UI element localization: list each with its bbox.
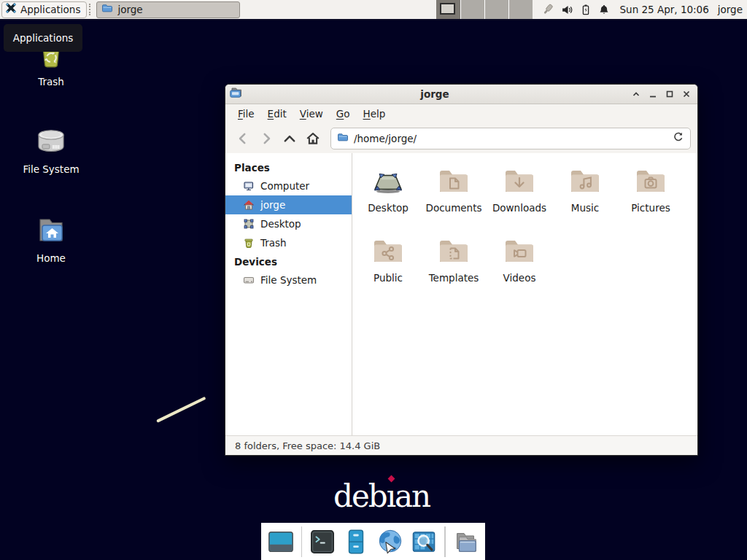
menu-help[interactable]: Help bbox=[357, 104, 392, 123]
workspace-1[interactable] bbox=[436, 0, 460, 19]
close-button[interactable] bbox=[678, 85, 694, 104]
workspace-switcher[interactable] bbox=[436, 0, 533, 19]
sidebar-item-filesystem[interactable]: File System bbox=[225, 271, 352, 289]
top-panel: Applications jorge bbox=[0, 0, 747, 20]
terminal-icon bbox=[309, 528, 336, 556]
removable-device-icon[interactable] bbox=[541, 3, 554, 16]
terminal-launcher[interactable] bbox=[308, 527, 336, 556]
system-tray bbox=[533, 3, 617, 16]
folder-label: Documents bbox=[421, 202, 487, 214]
folder-label: Videos bbox=[487, 272, 552, 284]
forward-button[interactable] bbox=[255, 128, 276, 149]
desktop-icon-filesystem[interactable]: File System bbox=[16, 124, 86, 175]
workspace-2[interactable] bbox=[460, 0, 484, 19]
taskbar-window-label: jorge bbox=[117, 4, 142, 15]
applications-menu-button[interactable]: Applications bbox=[1, 1, 87, 18]
desktop-icon bbox=[243, 218, 255, 230]
panel-user-label[interactable]: jorge bbox=[718, 4, 743, 15]
menu-file[interactable]: File bbox=[231, 104, 261, 123]
sidebar-item-jorge[interactable]: jorge bbox=[225, 195, 352, 214]
folder-label: Music bbox=[552, 202, 618, 214]
folder-item-downloads[interactable]: Downloads bbox=[487, 163, 552, 233]
globe-browser-icon bbox=[376, 528, 404, 556]
battery-charging-icon[interactable] bbox=[580, 4, 592, 16]
shade-button[interactable] bbox=[627, 85, 644, 104]
trash-icon bbox=[243, 237, 255, 249]
folder-item-public[interactable]: Public bbox=[355, 233, 421, 303]
music-folder-icon bbox=[568, 163, 603, 198]
sidebar-item-trash[interactable]: Trash bbox=[225, 233, 352, 252]
path-entry[interactable]: /home/jorge/ bbox=[330, 128, 691, 149]
folder-item-desktop[interactable]: Desktop bbox=[355, 163, 421, 233]
folder-item-music[interactable]: Music bbox=[552, 163, 618, 233]
reload-button[interactable] bbox=[673, 131, 684, 146]
folder-item-videos[interactable]: Videos bbox=[487, 233, 552, 303]
workspace-4[interactable] bbox=[508, 0, 533, 19]
file-manager-launcher[interactable] bbox=[342, 527, 371, 556]
sidebar-item-desktop[interactable]: Desktop bbox=[225, 214, 352, 233]
desktop: Applications jorge bbox=[0, 0, 747, 560]
folder-label: Pictures bbox=[618, 202, 684, 214]
folder-label: Downloads bbox=[487, 202, 552, 214]
pictures-folder-icon bbox=[633, 163, 668, 198]
back-button[interactable] bbox=[232, 128, 253, 149]
sidebar-item-label: Trash bbox=[260, 237, 287, 249]
path-text[interactable]: /home/jorge/ bbox=[354, 133, 667, 144]
sidebar-item-computer[interactable]: Computer bbox=[225, 176, 352, 195]
public-folder-icon bbox=[371, 233, 406, 268]
menu-go[interactable]: Go bbox=[330, 104, 357, 123]
folder-item-pictures[interactable]: Pictures bbox=[618, 163, 684, 233]
folder-label: Public bbox=[355, 272, 421, 284]
applications-tooltip: Applications bbox=[4, 24, 82, 52]
panel-clock[interactable]: Sun 25 Apr, 10:06 bbox=[620, 4, 709, 15]
directory-menu-button[interactable] bbox=[452, 527, 480, 556]
sidebar-item-label: File System bbox=[260, 274, 317, 286]
folder-label: Desktop bbox=[355, 202, 421, 214]
xfce-logo-icon bbox=[5, 2, 17, 17]
menubar: File Edit View Go Help bbox=[225, 104, 697, 123]
file-cabinet-icon bbox=[342, 528, 370, 556]
minimize-button[interactable] bbox=[644, 85, 661, 104]
folder-icon bbox=[337, 131, 349, 146]
web-browser-launcher[interactable] bbox=[376, 527, 405, 556]
show-desktop-button[interactable] bbox=[267, 527, 295, 556]
maximize-button[interactable] bbox=[661, 85, 678, 104]
statusbar-text: 8 folders, Free space: 14.4 GiB bbox=[235, 440, 380, 451]
logo-text: deb bbox=[333, 478, 387, 514]
wallpaper-line-artifact bbox=[156, 397, 206, 423]
templates-folder-icon bbox=[436, 233, 471, 268]
titlebar[interactable]: jorge bbox=[225, 85, 697, 104]
menu-edit[interactable]: Edit bbox=[261, 104, 293, 123]
taskbar-window-button[interactable]: jorge bbox=[96, 1, 240, 18]
up-button[interactable] bbox=[279, 128, 300, 149]
notification-bell-icon[interactable] bbox=[598, 4, 610, 16]
videos-folder-icon bbox=[502, 233, 537, 268]
toolbar: /home/jorge/ bbox=[225, 123, 697, 153]
sidebar-header-places: Places bbox=[225, 158, 352, 176]
downloads-folder-icon bbox=[502, 163, 537, 198]
folder-icon bbox=[101, 2, 113, 17]
applications-menu-label: Applications bbox=[20, 4, 80, 15]
desktop-icon-home[interactable]: Home bbox=[16, 213, 86, 264]
menu-view[interactable]: View bbox=[293, 104, 330, 123]
volume-icon[interactable] bbox=[561, 4, 573, 16]
sidebar-item-label: jorge bbox=[260, 199, 285, 211]
home-button[interactable] bbox=[302, 128, 323, 149]
sidebar: Places Computer bbox=[225, 153, 352, 435]
drive-icon bbox=[243, 274, 255, 286]
file-manager-window: jorge File Edit View Go Help bbox=[225, 84, 698, 456]
folder-item-templates[interactable]: Templates bbox=[421, 233, 487, 303]
sidebar-header-devices: Devices bbox=[225, 252, 352, 271]
desktop-icon-label: Home bbox=[16, 252, 86, 264]
file-icon-view[interactable]: Desktop Documents bbox=[352, 153, 697, 435]
harddisk-icon bbox=[34, 124, 69, 159]
folders-icon bbox=[452, 528, 479, 556]
dock-separator bbox=[301, 526, 303, 557]
workspace-window-preview bbox=[440, 3, 455, 15]
debian-wallpaper-logo: debıan bbox=[333, 481, 430, 512]
panel-handle[interactable] bbox=[89, 4, 92, 15]
workspace-3[interactable] bbox=[484, 0, 508, 19]
folder-item-documents[interactable]: Documents bbox=[421, 163, 487, 233]
application-finder-launcher[interactable] bbox=[410, 527, 438, 556]
desktop-folder-icon bbox=[371, 163, 406, 198]
